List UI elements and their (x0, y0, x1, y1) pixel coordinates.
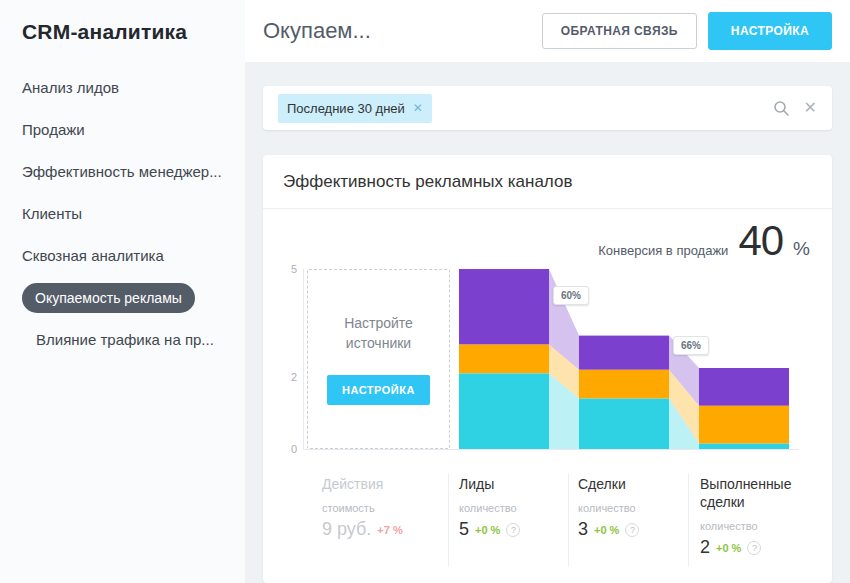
conversion-summary: Конверсия в продажи 40 % (283, 209, 812, 263)
stat-completed-deals: Выполненные сделки количество 2 +0 % ? (700, 475, 812, 558)
stats-divider (688, 473, 689, 567)
stat-value: 5 (459, 519, 469, 540)
conversion-value: 40 (738, 219, 783, 263)
sidebar: CRM-аналитика Анализ лидов Продажи Эффек… (0, 0, 245, 583)
sidebar-item-end-to-end-analytics[interactable]: Сквозная аналитика (22, 247, 245, 265)
chip-close-icon[interactable]: ✕ (413, 102, 423, 114)
stats-row: Действия стоимость 9 руб. +7 % Лиды коли… (283, 471, 812, 571)
filter-search-input[interactable] (442, 98, 763, 118)
stat-title: Действия (322, 475, 442, 493)
stat-deals: Сделки количество 3 +0 % ? (578, 475, 678, 540)
stat-metric-label: стоимость (322, 502, 442, 514)
card-header: Эффективность рекламных каналов (263, 155, 832, 209)
sidebar-item-clients[interactable]: Клиенты (22, 205, 245, 223)
app-window: CRM-аналитика Анализ лидов Продажи Эффек… (0, 0, 850, 583)
topbar: Окупаем... ОБРАТНАЯ СВЯЗЬ НАСТРОЙКА (245, 0, 850, 62)
conversion-rate-tag: 60% (553, 286, 589, 305)
stat-delta: +7 % (377, 524, 402, 536)
sidebar-title: CRM-аналитика (22, 20, 245, 44)
funnel-bar-segment[interactable] (699, 368, 789, 406)
stat-delta: +0 % (475, 524, 500, 536)
conversion-unit: % (793, 238, 810, 260)
stat-metric-label: количество (700, 520, 812, 532)
conversion-label: Конверсия в продажи (598, 243, 728, 258)
stat-title: Сделки (578, 475, 678, 493)
y-axis-line (303, 269, 304, 449)
stat-value: 9 руб. (322, 519, 371, 540)
main-panel: Окупаем... ОБРАТНАЯ СВЯЗЬ НАСТРОЙКА Посл… (245, 0, 850, 583)
help-icon[interactable]: ? (625, 523, 639, 537)
sidebar-item-sales[interactable]: Продажи (22, 121, 245, 139)
content-area: Последние 30 дней ✕ ✕ Эффективность рекл… (245, 62, 850, 583)
help-icon[interactable]: ? (506, 523, 520, 537)
stat-leads: Лиды количество 5 +0 % ? (459, 475, 559, 540)
card-title: Эффективность рекламных каналов (283, 172, 812, 192)
funnel-bar-segment[interactable] (579, 336, 669, 370)
funnel-bar-segment[interactable] (459, 345, 549, 374)
setup-sources-button[interactable]: НАСТРОЙКА (327, 375, 430, 405)
stat-title: Выполненные сделки (700, 475, 812, 511)
help-icon[interactable]: ? (747, 541, 761, 555)
stat-delta: +0 % (716, 542, 741, 554)
stat-metric-label: количество (578, 502, 678, 514)
filter-clear-icon[interactable]: ✕ (804, 100, 817, 116)
y-axis-tick: 5 (283, 262, 297, 276)
funnel-bar-segment[interactable] (699, 444, 789, 449)
funnel-bar-segment[interactable] (459, 373, 549, 449)
funnel-bar-segment[interactable] (699, 406, 789, 444)
funnel-bar-segment[interactable] (579, 399, 669, 449)
sidebar-item-ad-payback[interactable]: Окупаемость рекламы (22, 283, 245, 313)
stat-title: Лиды (459, 475, 559, 493)
effectiveness-card: Эффективность рекламных каналов Конверси… (263, 155, 832, 583)
card-body: Конверсия в продажи 40 % 520 Настройте и… (263, 209, 832, 583)
sidebar-nav: Анализ лидов Продажи Эффективность менед… (22, 79, 245, 349)
stat-value: 2 (700, 537, 710, 558)
sidebar-item-lead-analysis[interactable]: Анализ лидов (22, 79, 245, 97)
funnel-chart-area: 520 Настройте источники НАСТРОЙКА 60%66% (283, 263, 812, 463)
stats-divider (568, 473, 569, 567)
active-item-pill: Окупаемость рекламы (22, 283, 195, 313)
settings-button[interactable]: НАСТРОЙКА (708, 12, 832, 50)
search-icon[interactable] (773, 100, 790, 117)
sidebar-item-manager-efficiency[interactable]: Эффективность менеджер... (22, 163, 245, 181)
stat-delta: +0 % (594, 524, 619, 536)
funnel-bar-segment[interactable] (459, 269, 549, 345)
page-title: Окупаем... (263, 18, 542, 44)
setup-sources-text: Настройте источники (323, 313, 435, 354)
filter-chip-last-30-days[interactable]: Последние 30 дней ✕ (278, 94, 432, 123)
filter-chip-label: Последние 30 дней (287, 101, 405, 116)
stat-actions: Действия стоимость 9 руб. +7 % (322, 475, 442, 540)
feedback-button[interactable]: ОБРАТНАЯ СВЯЗЬ (542, 13, 697, 49)
stat-value: 3 (578, 519, 588, 540)
setup-sources-box: Настройте источники НАСТРОЙКА (307, 269, 450, 449)
stat-metric-label: количество (459, 502, 559, 514)
sidebar-item-traffic-impact[interactable]: Влияние трафика на пр... (22, 331, 245, 349)
filter-bar[interactable]: Последние 30 дней ✕ ✕ (263, 86, 832, 130)
y-axis-tick: 2 (283, 370, 297, 384)
funnel-chart (459, 263, 799, 463)
stats-divider (448, 473, 449, 567)
y-axis-tick: 0 (283, 442, 297, 456)
conversion-rate-tag: 66% (673, 336, 709, 355)
funnel-bar-segment[interactable] (579, 370, 669, 399)
